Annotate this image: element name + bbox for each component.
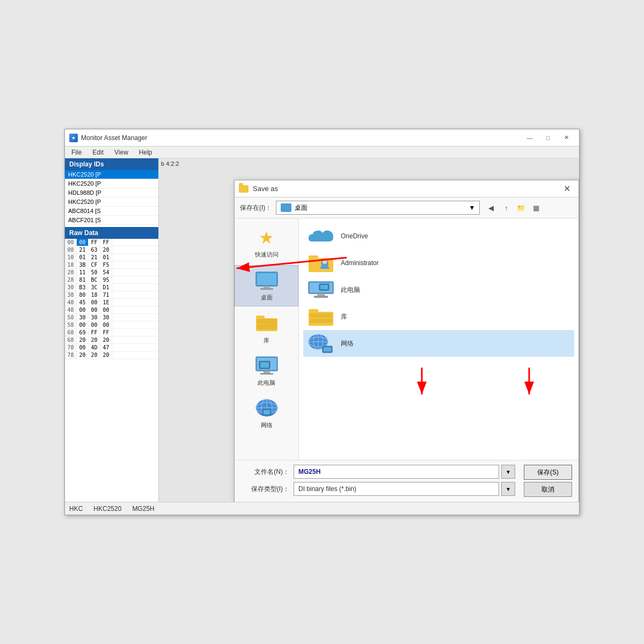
filetype-input-wrapper: ▼ bbox=[294, 482, 515, 496]
display-list: HKC2520 [P HKC2520 [P HDL988D [P HKC2520… bbox=[65, 170, 158, 225]
svg-rect-10 bbox=[264, 371, 270, 373]
dialog-title: Save as bbox=[253, 185, 278, 193]
network-file-icon bbox=[308, 333, 334, 354]
sidebar-computer[interactable]: 此电脑 bbox=[235, 351, 298, 391]
library-label: 库 bbox=[264, 336, 269, 345]
display-item-0[interactable]: HKC2520 [P bbox=[65, 170, 158, 179]
dialog-buttons: 保存(S) 取消 bbox=[524, 465, 572, 497]
administrator-name: Administrator bbox=[341, 259, 379, 267]
svg-rect-32 bbox=[309, 309, 318, 313]
file-item-library[interactable]: 库 bbox=[303, 303, 574, 330]
quick-access-label: 快速访问 bbox=[255, 251, 279, 259]
save-in-label: 保存在(I)： bbox=[240, 203, 272, 213]
dialog-toolbar: 保存在(I)： 桌面 ▼ ◀ ↑ 📁 ▦ bbox=[235, 197, 579, 218]
status-manufacturer: HKC bbox=[69, 505, 83, 513]
network-label: 网络 bbox=[261, 421, 273, 429]
title-bar-left: ★ Monitor Asset Manager bbox=[69, 134, 147, 142]
desktop-icon bbox=[254, 270, 280, 291]
library-name: 库 bbox=[341, 312, 347, 321]
display-item-4[interactable]: ABC8014 [S bbox=[65, 207, 158, 216]
status-name: MG25H bbox=[132, 505, 154, 513]
computer-label: 此电脑 bbox=[258, 379, 275, 387]
nav-new-folder-button[interactable]: 📁 bbox=[514, 201, 528, 215]
close-button[interactable]: ✕ bbox=[558, 132, 575, 144]
svg-rect-28 bbox=[314, 296, 328, 298]
save-location-dropdown[interactable]: 桌面 ▼ bbox=[276, 201, 480, 215]
sidebar-quick-access[interactable]: ★ 快速访问 bbox=[235, 223, 298, 263]
left-panel: Display IDs HKC2520 [P HKC2520 [P HDL988… bbox=[65, 158, 159, 502]
nav-up-button[interactable]: ↑ bbox=[499, 201, 513, 215]
dialog-file-list: OneDrive bbox=[299, 218, 579, 460]
raw-data-header: Raw Data bbox=[65, 227, 158, 239]
desktop-label: 桌面 bbox=[261, 294, 273, 302]
library-icon bbox=[254, 313, 280, 334]
display-item-3[interactable]: HKC2520 [P bbox=[65, 197, 158, 207]
app-icon: ★ bbox=[69, 134, 78, 142]
display-item-2[interactable]: HDL988D [P bbox=[65, 188, 158, 197]
status-bar: HKC HKC2520 MG25H bbox=[65, 502, 579, 515]
menu-help[interactable]: Help bbox=[135, 148, 157, 157]
menu-file[interactable]: File bbox=[67, 148, 86, 157]
display-list-header: Display IDs bbox=[65, 158, 158, 170]
svg-rect-41 bbox=[324, 347, 331, 352]
svg-rect-27 bbox=[317, 294, 325, 296]
file-item-onedrive[interactable]: OneDrive bbox=[303, 223, 574, 250]
filename-input-wrapper: ▼ bbox=[294, 465, 515, 479]
this-computer-name: 此电脑 bbox=[341, 286, 360, 295]
right-panel: b 4:2:2 Save as ✕ bbox=[159, 158, 579, 502]
filetype-dropdown-arrow[interactable]: ▼ bbox=[501, 482, 515, 496]
app-window: ★ Monitor Asset Manager — □ ✕ File Edit … bbox=[64, 129, 580, 515]
svg-rect-1 bbox=[257, 273, 276, 285]
onedrive-icon bbox=[308, 226, 334, 246]
status-model: HKC2520 bbox=[93, 505, 121, 513]
svg-rect-13 bbox=[260, 362, 269, 368]
title-bar: ★ Monitor Asset Manager — □ ✕ bbox=[65, 129, 579, 147]
title-bar-controls: — □ ✕ bbox=[521, 132, 575, 144]
svg-rect-22 bbox=[309, 255, 318, 259]
display-item-5[interactable]: ABCF201 [S bbox=[65, 216, 158, 225]
network-icon bbox=[254, 398, 280, 419]
filename-row: 文件名(N)： ▼ bbox=[241, 465, 515, 479]
svg-rect-2 bbox=[264, 286, 270, 288]
maximize-button[interactable]: □ bbox=[539, 132, 557, 144]
dialog-bottom: 文件名(N)： ▼ 保存类型(I)： bbox=[235, 460, 579, 502]
filetype-input[interactable] bbox=[294, 482, 499, 496]
save-location-value: 桌面 bbox=[295, 204, 308, 211]
toolbar-nav-buttons: ◀ ↑ 📁 ▦ bbox=[484, 201, 543, 215]
raw-data-table: 0000FFFF 08216320 10012101 183BCFF5 2011… bbox=[65, 239, 158, 359]
svg-rect-11 bbox=[260, 373, 273, 375]
sidebar-library[interactable]: 库 bbox=[235, 309, 298, 349]
menu-edit[interactable]: Edit bbox=[88, 148, 108, 157]
network-name: 网络 bbox=[341, 339, 354, 348]
nav-view-button[interactable]: ▦ bbox=[529, 201, 543, 215]
save-as-dialog: Save as ✕ 保存在(I)： 桌面 ▼ ◀ ↑ bbox=[234, 180, 579, 502]
minimize-button[interactable]: — bbox=[521, 132, 538, 144]
sidebar-desktop[interactable]: 桌面 bbox=[235, 265, 298, 306]
app-content: Display IDs HKC2520 [P HKC2520 [P HDL988… bbox=[65, 158, 579, 502]
dialog-overlay: Save as ✕ 保存在(I)： 桌面 ▼ ◀ ↑ bbox=[159, 158, 579, 502]
file-item-administrator[interactable]: Administrator bbox=[303, 250, 574, 276]
svg-rect-7 bbox=[257, 325, 276, 329]
display-item-1[interactable]: HKC2520 [P bbox=[65, 179, 158, 188]
svg-rect-34 bbox=[310, 319, 332, 323]
dialog-folder-icon bbox=[239, 184, 248, 194]
administrator-icon bbox=[308, 253, 334, 273]
menu-view[interactable]: View bbox=[110, 148, 133, 157]
svg-rect-5 bbox=[256, 316, 265, 319]
file-item-network[interactable]: 网络 bbox=[303, 330, 574, 357]
sidebar-network[interactable]: 网络 bbox=[235, 393, 298, 434]
filename-input[interactable] bbox=[294, 465, 499, 479]
library-file-icon bbox=[308, 306, 334, 327]
svg-rect-3 bbox=[260, 288, 273, 290]
filename-dropdown-arrow[interactable]: ▼ bbox=[501, 465, 515, 479]
quick-access-icon: ★ bbox=[254, 227, 280, 248]
nav-back-button[interactable]: ◀ bbox=[484, 201, 498, 215]
save-button[interactable]: 保存(S) bbox=[524, 465, 572, 480]
dialog-body: ★ 快速访问 bbox=[235, 218, 579, 460]
svg-rect-30 bbox=[320, 285, 328, 289]
menu-bar: File Edit View Help bbox=[65, 147, 579, 158]
filename-label: 文件名(N)： bbox=[241, 467, 289, 477]
cancel-button[interactable]: 取消 bbox=[524, 482, 572, 497]
file-item-computer[interactable]: 此电脑 bbox=[303, 276, 574, 303]
dialog-close-button[interactable]: ✕ bbox=[559, 182, 574, 195]
